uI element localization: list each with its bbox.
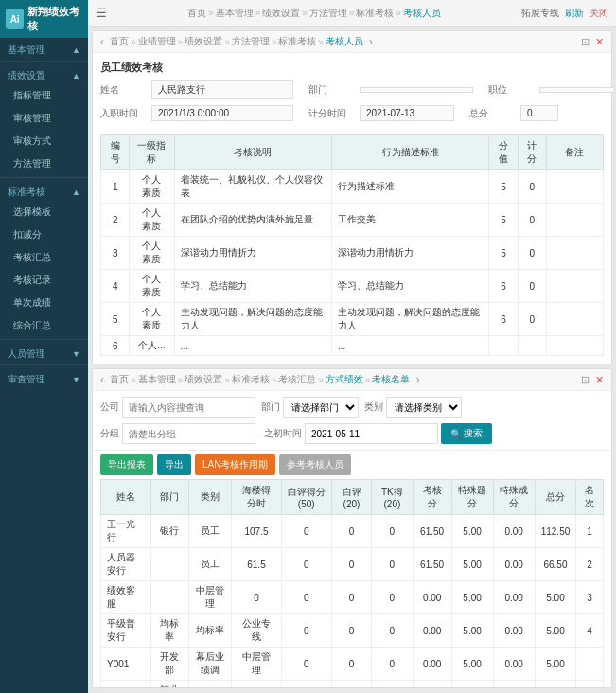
window-1-nav-prev[interactable]: ‹	[100, 35, 104, 48]
cell-special1: 5.00	[451, 614, 493, 648]
form-name-label: 姓名	[100, 83, 148, 97]
topbar-close-btn[interactable]: 关闭	[590, 7, 608, 20]
search-button[interactable]: 🔍 搜索	[441, 423, 492, 444]
form-dept-label: 部门	[308, 83, 356, 97]
breadcrumb-2[interactable]: 绩效设置	[262, 7, 300, 20]
table-row[interactable]: 4 个人 素质 学习、总结能力 学习、总结能力 6 0	[101, 270, 604, 303]
breadcrumb-1[interactable]: 基本管理	[216, 7, 254, 20]
lan-review-btn[interactable]: LAN考核作用期	[195, 454, 275, 475]
sidebar-item-review-mgmt[interactable]: 审核管理	[0, 107, 88, 130]
cell-desc: ...	[174, 336, 331, 356]
cell-behavior: 学习、总结能力	[331, 270, 488, 303]
cell-score	[489, 336, 518, 356]
table-row[interactable]: 1 个人 素质 着装统一、礼貌礼仪、个人仪容仪表 行为描述标准 5 0	[101, 170, 604, 204]
cell-score2: 0	[281, 648, 331, 681]
cell-score1: 0	[232, 681, 281, 688]
sidebar-item-single-score[interactable]: 单次成绩	[0, 292, 88, 314]
window-2-restore-btn[interactable]: ⊡	[581, 374, 590, 386]
breadcrumb-4[interactable]: 标准考核	[356, 7, 394, 20]
topbar-refresh-btn[interactable]: 刷新	[565, 7, 584, 20]
window-2-header: ‹ 首页 » 基本管理 » 绩效设置 » 标准考核 » 考核汇总 » 方式绩效 …	[93, 369, 611, 391]
form-join-value: 2021/1/3 0:00:00	[151, 105, 293, 121]
table-row[interactable]: Y001 开发部 幕后业绩调 中层管理 0 0 0 0.00 5.00 0.00…	[101, 648, 604, 681]
sidebar-item-review-record[interactable]: 考核记录	[0, 269, 88, 292]
cell-rank: 2	[576, 548, 604, 581]
search-icon: 🔍	[450, 429, 462, 439]
table-row[interactable]: 2 个人 素质 在团队介绍的优势内满外施足量 工作交美 5 0	[101, 204, 604, 237]
export-report-btn[interactable]: 导出报表	[100, 454, 153, 475]
windows-container: ‹ 首页 » 业绩管理 » 绩效设置 » 方法管理 » 标准考核 » 考核人员	[88, 27, 616, 693]
search-dept-field: 部门 请选择部门	[261, 397, 359, 418]
menu-icon[interactable]: ☰	[96, 6, 107, 20]
sidebar-section-standard[interactable]: 标准考核 ▲	[0, 180, 88, 201]
sidebar-item-method-mgmt[interactable]: 方法管理	[0, 152, 88, 175]
table-row[interactable]: 6 个人... ... ...	[101, 336, 604, 356]
sidebar-section-audit[interactable]: 审查管理 ▼	[0, 367, 88, 388]
window-2-close-btn[interactable]: ✕	[595, 374, 604, 386]
form-total-label: 总分	[469, 107, 517, 120]
sidebar-item-review-hotspot[interactable]: 考核汇总	[0, 246, 88, 269]
table-row[interactable]: 王一光行 银行 员工 107.5 0 0 0 61.50 5.00 0.00 1…	[101, 515, 604, 548]
sidebar-section-personnel[interactable]: 人员管理 ▼	[0, 342, 88, 363]
col-header: 类别	[188, 480, 232, 515]
topbar-right: 拓展专线 刷新 关闭	[521, 7, 608, 20]
breadcrumb-home[interactable]: 首页	[187, 7, 206, 20]
sidebar-section-basic[interactable]: 基本管理 ▲	[0, 38, 88, 59]
window-2: ‹ 首页 » 基本管理 » 绩效设置 » 标准考核 » 考核汇总 » 方式绩效 …	[92, 368, 612, 688]
search-status-field: 类别 请选择类别	[364, 397, 462, 418]
window-1-nav-next[interactable]: ›	[369, 35, 373, 48]
cell-score: 6	[489, 270, 518, 303]
sidebar-section-perf[interactable]: 绩效设置 ▲	[0, 63, 88, 84]
search-dept-select[interactable]: 请选择部门	[283, 397, 359, 418]
cell-name: Y002	[101, 681, 151, 688]
window-2-nav-next[interactable]: ›	[415, 373, 419, 386]
cell-type: 中层管理	[188, 581, 232, 614]
sidebar-item-score-summary[interactable]: 综合汇总	[0, 314, 88, 337]
window-1-close-btn[interactable]: ✕	[595, 36, 604, 48]
ref-review-btn[interactable]: 参考考核人员	[279, 454, 351, 475]
cell-special1: 5.00	[451, 548, 493, 581]
table-row[interactable]: 平级普安行 均标率 均标率 公业专线 0 0 0 0.00 5.00 0.00 …	[101, 614, 604, 648]
table-row[interactable]: 3 个人 素质 深谐动力用情折力 深谐动力用情折力 5 0	[101, 237, 604, 270]
col-header: 特殊题分	[451, 480, 493, 515]
cell-calc: 0	[518, 204, 546, 237]
search-period-input[interactable]	[122, 423, 255, 444]
cell-total: 5.00	[535, 681, 576, 688]
sidebar-item-review-method[interactable]: 审核方式	[0, 130, 88, 152]
cell-total-score: 0.00	[413, 581, 451, 614]
sidebar-item-deduct[interactable]: 扣减分	[0, 223, 88, 246]
sidebar-divider	[0, 61, 88, 62]
window-1-restore-btn[interactable]: ⊡	[581, 36, 590, 48]
search-company-input[interactable]	[122, 397, 255, 418]
table-row[interactable]: 绩效客服 中层管理 0 0 0 0 0.00 5.00 0.00 5.00 3	[101, 581, 604, 614]
cell-behavior: 行为描述标准	[331, 170, 488, 204]
global-topbar: ☰ 首页 » 基本管理 » 绩效设置 » 方法管理 » 标准考核 » 考核人员 …	[88, 0, 616, 27]
breadcrumb: 首页 » 基本管理 » 绩效设置 » 方法管理 » 标准考核 » 考核人员	[187, 7, 441, 20]
col-remark: 备注	[546, 135, 603, 170]
form-dept-value	[360, 87, 473, 93]
logo-icon: Ai	[6, 9, 24, 29]
cell-score4: 0	[372, 581, 414, 614]
cell-desc: 深谐动力用情折力	[174, 237, 331, 270]
table-row[interactable]: 5 个人 素质 主动发现问题，解决问题的态度能力人 主动发现问题，解决问题的态度…	[101, 303, 604, 336]
table-row[interactable]: Y002 销业经组 员工 0 0 0 0 0.00 5.00 0.00 5.00…	[101, 681, 604, 688]
table-row[interactable]: 人员器安行 员工 61.5 0 0 0 61.50 5.00 0.00 66.5…	[101, 548, 604, 581]
col-header: 名次	[576, 480, 604, 515]
cell-calc	[518, 336, 546, 356]
breadcrumb-3[interactable]: 方法管理	[309, 7, 347, 20]
window-2-nav-prev[interactable]: ‹	[100, 373, 104, 386]
search-status-select[interactable]: 请选择类别	[386, 397, 462, 418]
cell-remark	[546, 336, 603, 356]
cell-total-score: 0.00	[413, 614, 451, 648]
cell-special1: 5.00	[451, 681, 493, 688]
form-id-label: 职位	[488, 83, 536, 97]
cell-score1: 中层管理	[232, 648, 281, 681]
cell-dept: 均标率	[150, 614, 188, 648]
export-btn[interactable]: 导出	[157, 454, 191, 475]
window-2-action-buttons: 导出报表 导出 LAN考核作用期 参考考核人员	[93, 451, 611, 479]
breadcrumb-5[interactable]: 考核人员	[403, 7, 441, 20]
sidebar-item-indicator[interactable]: 指标管理	[0, 84, 88, 107]
cell-score4: 0	[372, 548, 414, 581]
search-date-input[interactable]	[305, 423, 438, 444]
sidebar-item-select-template[interactable]: 选择模板	[0, 201, 88, 223]
